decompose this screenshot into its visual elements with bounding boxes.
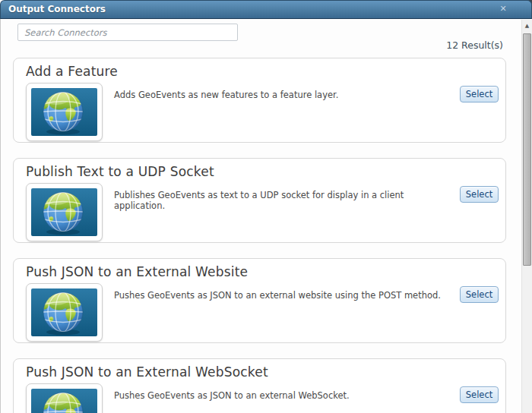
connector-description: Pushes GeoEvents as JSON to an external … xyxy=(114,390,456,401)
connector-title: Push JSON to an External WebSocket xyxy=(26,364,268,380)
connector-card: Push JSON to an External WebSocket Pushe… xyxy=(13,358,506,413)
scroll-up-icon[interactable]: ▲ xyxy=(522,20,532,32)
select-button[interactable]: Select xyxy=(460,386,499,403)
dialog-title: Output Connectors xyxy=(1,1,531,18)
connector-card: Add a Feature Adds GeoEvents as new feat… xyxy=(13,58,506,143)
search-input[interactable] xyxy=(17,24,238,41)
connector-description: Publishes GeoEvents as text to a UDP soc… xyxy=(114,190,456,211)
dialog-body: 12 Result(s) Add a Feature Adds GeoEvent… xyxy=(0,19,532,413)
connector-card: Push JSON to an External Website Pushes … xyxy=(13,258,506,343)
select-button[interactable]: Select xyxy=(460,186,499,203)
close-icon[interactable]: ✕ xyxy=(498,4,508,14)
connector-description: Adds GeoEvents as new features to a feat… xyxy=(114,90,456,100)
scrollbar-thumb[interactable] xyxy=(523,33,531,266)
select-button[interactable]: Select xyxy=(460,286,499,303)
connector-title: Push JSON to an External Website xyxy=(26,264,248,279)
connector-title: Add a Feature xyxy=(26,64,118,79)
globe-icon xyxy=(31,188,97,236)
connector-thumbnail-frame xyxy=(26,283,103,342)
select-button[interactable]: Select xyxy=(460,86,499,102)
connector-thumbnail-frame xyxy=(26,383,103,413)
connector-title: Publish Text to a UDP Socket xyxy=(26,164,214,179)
globe-icon xyxy=(31,288,97,336)
connector-thumbnail-frame xyxy=(26,83,103,141)
connector-thumbnail-frame xyxy=(26,183,103,241)
globe-icon xyxy=(31,389,97,413)
results-count: 12 Result(s) xyxy=(446,39,503,51)
dialog-titlebar: Output Connectors ✕ xyxy=(0,0,532,19)
connector-description: Pushes GeoEvents as JSON to an external … xyxy=(114,290,456,301)
connector-card: Publish Text to a UDP Socket Publishes G… xyxy=(13,158,506,243)
globe-icon xyxy=(31,88,97,136)
vertical-scrollbar[interactable]: ▲ xyxy=(521,20,532,413)
